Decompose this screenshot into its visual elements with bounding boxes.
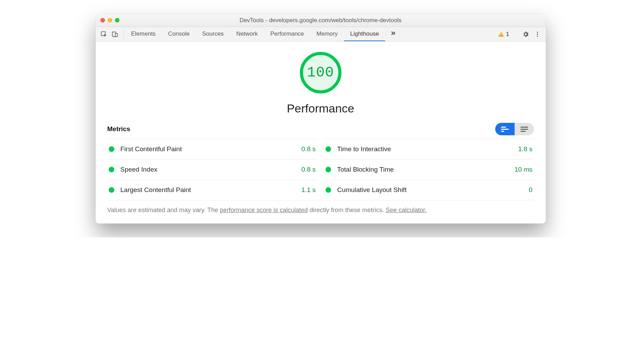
metric-value: 0.8 s — [301, 166, 315, 173]
tab-sources[interactable]: Sources — [196, 27, 230, 41]
traffic-lights — [96, 18, 119, 22]
settings-gear-icon[interactable] — [522, 31, 529, 38]
score-section: 100 Performance — [107, 52, 534, 115]
metrics-view-toggle — [495, 123, 534, 135]
view-toggle-expanded[interactable] — [515, 123, 534, 135]
warning-count: 1 — [506, 31, 509, 38]
metric-name: Total Blocking Time — [337, 166, 394, 173]
tab-label: Elements — [131, 30, 156, 37]
devtools-toolbar: Elements Console Sources Network Perform… — [96, 27, 546, 42]
minimize-window-button[interactable] — [108, 18, 112, 22]
tab-label: Lighthouse — [350, 30, 379, 37]
tab-label: Memory — [317, 30, 338, 37]
score-gauge: 100 — [300, 52, 341, 93]
performance-score-link[interactable]: performance score is calculated — [220, 207, 308, 213]
footer-text: directly from these metrics. — [308, 207, 386, 213]
tab-performance[interactable]: Performance — [264, 27, 310, 41]
metric-name: Time to Interactive — [337, 145, 391, 153]
score-value: 100 — [307, 64, 334, 81]
metrics-footer-note: Values are estimated and may vary. The p… — [107, 200, 534, 214]
status-dot-pass-icon — [109, 167, 114, 172]
lighthouse-panel: 100 Performance Metrics First Contentful… — [96, 42, 546, 224]
tab-console[interactable]: Console — [162, 27, 196, 41]
view-toggle-compact[interactable] — [495, 123, 515, 135]
tab-lighthouse[interactable]: Lighthouse — [344, 27, 385, 41]
metric-value: 0 — [529, 186, 533, 194]
see-calculator-link[interactable]: See calculator. — [386, 207, 427, 213]
inspect-element-icon[interactable] — [100, 31, 107, 38]
toolbar-left-icons — [96, 27, 122, 41]
tab-label: Network — [236, 30, 258, 37]
expanded-view-icon — [520, 126, 528, 133]
devtools-window: DevTools - developers.google.com/web/too… — [96, 14, 546, 224]
status-dot-pass-icon — [326, 187, 331, 193]
metrics-section-label: Metrics — [107, 125, 131, 133]
tab-memory[interactable]: Memory — [310, 27, 344, 41]
metric-name: Largest Contentful Paint — [121, 186, 191, 194]
more-tabs-button[interactable] — [385, 27, 401, 41]
tab-network[interactable]: Network — [230, 27, 264, 41]
status-dot-pass-icon — [326, 146, 331, 152]
metric-row: Cumulative Layout Shift 0 — [324, 180, 534, 200]
window-titlebar: DevTools - developers.google.com/web/too… — [96, 14, 546, 27]
tab-elements[interactable]: Elements — [125, 27, 162, 41]
chevron-double-right-icon — [390, 30, 396, 38]
status-dot-pass-icon — [326, 167, 331, 172]
svg-point-3 — [537, 31, 538, 33]
metric-name: First Contentful Paint — [121, 145, 182, 153]
metric-row: Speed Index 0.8 s — [107, 159, 317, 180]
svg-point-5 — [537, 36, 538, 37]
zoom-window-button[interactable] — [115, 18, 119, 22]
metric-row: Total Blocking Time 10 ms — [324, 159, 534, 180]
window-title: DevTools - developers.google.com/web/too… — [96, 17, 546, 24]
metric-name: Cumulative Layout Shift — [337, 186, 407, 194]
tab-label: Sources — [202, 30, 224, 37]
metric-row: First Contentful Paint 0.8 s — [107, 139, 317, 159]
status-dot-pass-icon — [109, 146, 114, 152]
metrics-header: Metrics — [107, 123, 534, 135]
metrics-grid: First Contentful Paint 0.8 s Time to Int… — [107, 139, 534, 200]
warnings-indicator[interactable]: 1 — [498, 31, 509, 38]
score-category-title: Performance — [287, 102, 354, 115]
svg-rect-2 — [115, 33, 117, 36]
compact-view-icon — [501, 126, 509, 133]
metric-name: Speed Index — [121, 166, 158, 173]
metric-row: Largest Contentful Paint 1.1 s — [107, 180, 317, 200]
footer-text: Values are estimated and may vary. The — [107, 207, 220, 213]
svg-point-4 — [537, 34, 538, 35]
toolbar-right: 1 — [498, 27, 545, 41]
toolbar-divider — [123, 29, 124, 39]
devtools-tabs: Elements Console Sources Network Perform… — [125, 27, 385, 41]
status-dot-pass-icon — [109, 187, 114, 193]
metric-row: Time to Interactive 1.8 s — [324, 139, 534, 159]
kebab-menu-icon[interactable] — [534, 31, 541, 38]
tab-label: Performance — [270, 30, 304, 37]
close-window-button[interactable] — [100, 18, 105, 22]
metric-value: 1.1 s — [301, 186, 315, 194]
warning-icon — [498, 32, 504, 37]
metric-value: 0.8 s — [301, 145, 315, 153]
metric-value: 1.8 s — [518, 145, 532, 153]
metric-value: 10 ms — [515, 166, 533, 173]
device-toolbar-icon[interactable] — [112, 31, 118, 38]
tab-label: Console — [168, 30, 189, 37]
